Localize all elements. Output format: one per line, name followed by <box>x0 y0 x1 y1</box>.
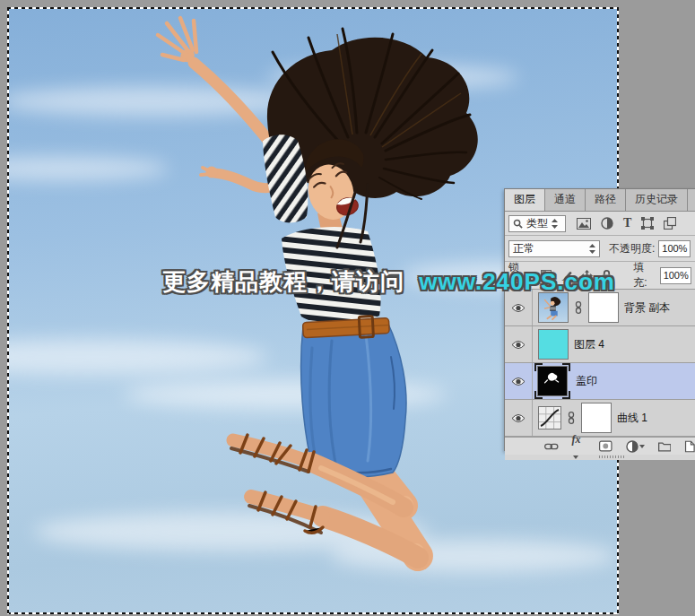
watermark-site-link: www.240PS.com <box>419 268 615 295</box>
corner-bracket <box>534 391 543 399</box>
panel-tab-bar: 图层 通道 路径 历史记录 动作 <box>505 189 695 212</box>
selection-marching-ants-bottom <box>7 612 619 614</box>
layer-name[interactable]: 背景 副本 <box>624 300 670 316</box>
watermark-text: 更多精品教程，请访问 <box>162 268 404 295</box>
tab-channels[interactable]: 通道 <box>545 189 586 211</box>
eye-icon <box>511 303 526 313</box>
layer-style-icon[interactable]: fx <box>572 433 586 459</box>
layer-row-curves[interactable]: 曲线 1 <box>505 400 695 437</box>
eye-icon <box>511 377 526 386</box>
tab-paths[interactable]: 路径 <box>586 189 626 211</box>
curves-adjustment-icon[interactable] <box>538 406 561 429</box>
smart-object-filter-icon[interactable] <box>664 217 676 230</box>
eye-icon <box>511 413 526 423</box>
shape-layer-filter-icon[interactable] <box>641 217 654 230</box>
selection-marching-ants-top <box>7 7 619 9</box>
tab-history[interactable]: 历史记录 <box>626 189 688 211</box>
adjustment-layer-filter-icon[interactable] <box>601 217 613 230</box>
layer-thumbnail-cyan[interactable] <box>538 329 569 360</box>
tab-actions[interactable]: 动作 <box>688 189 695 211</box>
visibility-toggle[interactable] <box>505 326 533 362</box>
mask-link-icon[interactable] <box>567 412 576 424</box>
watermark: 更多精品教程，请访问 www.240PS.com <box>162 266 615 298</box>
filter-type-label: 类型 <box>526 216 548 231</box>
blend-row: 正常 不透明度: 100% <box>505 236 695 262</box>
opacity-label: 不透明度: <box>609 241 655 256</box>
layer-mask-thumbnail[interactable] <box>581 403 612 433</box>
spinner-arrows-icon <box>589 244 595 254</box>
panel-bottom-bar: fx <box>505 437 695 455</box>
new-adjustment-icon[interactable] <box>626 440 645 453</box>
pixel-layer-filter-icon[interactable] <box>577 218 591 230</box>
layer-list: 背景 副本 图层 4 <box>505 290 695 437</box>
grip-dots-icon <box>599 455 626 458</box>
fill-input[interactable]: 100% <box>660 267 691 284</box>
corner-bracket <box>534 363 543 371</box>
opacity-input[interactable]: 100% <box>658 240 691 257</box>
eye-icon <box>511 340 526 350</box>
mask-link-icon[interactable] <box>574 301 583 314</box>
fill-label: 填充: <box>633 260 656 291</box>
filter-type-select[interactable]: 类型 <box>508 215 566 232</box>
layer-row-layer4[interactable]: 图层 4 <box>505 326 695 363</box>
visibility-toggle[interactable] <box>505 363 533 399</box>
spinner-arrows-icon <box>552 219 558 229</box>
link-layers-icon[interactable] <box>544 441 559 452</box>
layer-row-stamp[interactable]: 盖印 <box>505 363 695 400</box>
new-group-icon[interactable] <box>658 441 672 452</box>
photoshop-workspace: { "watermark": { "prefix": "更多精品教程，请访问",… <box>0 0 695 616</box>
new-layer-icon[interactable] <box>684 440 695 453</box>
layer-name[interactable]: 曲线 1 <box>617 411 647 426</box>
corner-bracket <box>562 363 570 371</box>
blend-mode-value: 正常 <box>513 241 534 256</box>
layer-name[interactable]: 盖印 <box>576 374 597 389</box>
tab-layers[interactable]: 图层 <box>505 189 545 211</box>
layers-panel: 图层 通道 路径 历史记录 动作 类型 T <box>504 188 695 451</box>
blend-mode-select[interactable]: 正常 <box>508 240 600 257</box>
visibility-toggle[interactable] <box>505 400 533 436</box>
filter-row: 类型 T <box>505 212 695 236</box>
targeted-thumbnail-frame <box>534 363 570 399</box>
search-icon <box>513 219 523 229</box>
layer-name[interactable]: 图层 4 <box>574 337 604 352</box>
add-mask-icon[interactable] <box>599 440 612 452</box>
panel-resize-handle[interactable] <box>505 455 695 460</box>
selection-marching-ants-left <box>7 7 9 614</box>
corner-bracket <box>562 391 570 399</box>
text-layer-filter-icon[interactable]: T <box>623 217 631 230</box>
